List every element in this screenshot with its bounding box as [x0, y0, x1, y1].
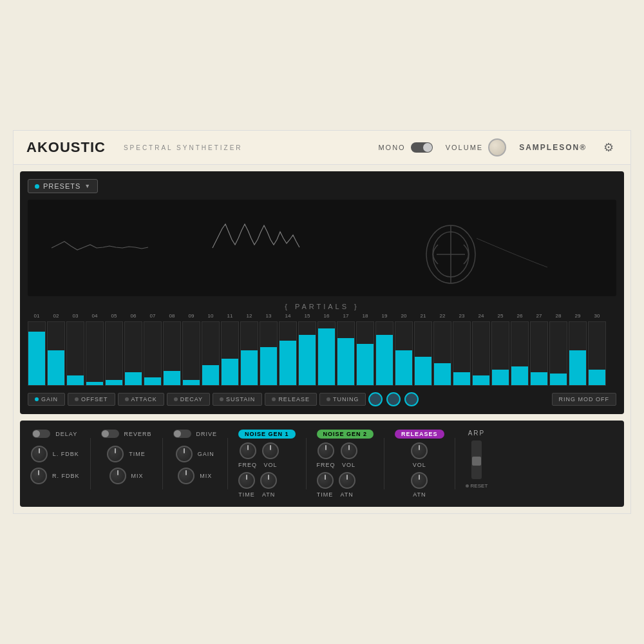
ng2-vol-label: VOL: [342, 462, 355, 468]
presets-button[interactable]: PRESETS ▼: [28, 179, 98, 193]
partial-bar[interactable]: [202, 321, 220, 386]
reverb-time-knob[interactable]: [107, 446, 124, 462]
settings-button[interactable]: ⚙: [600, 138, 618, 156]
mini-knob-2[interactable]: [386, 392, 401, 406]
delay-rfdbk-knob[interactable]: [30, 468, 47, 484]
drive-gain-knob[interactable]: [176, 446, 193, 462]
noise-gen2-section: NOISE GEN 2 FREQ VOL TIME ATN: [317, 430, 374, 498]
partial-bar[interactable]: [549, 321, 567, 386]
ng1-atn-knob[interactable]: [260, 472, 277, 489]
volume-knob[interactable]: [488, 138, 506, 156]
mode-dot: [272, 397, 276, 401]
noise-gen1-badge: NOISE GEN 1: [238, 430, 296, 439]
partial-bar[interactable]: [569, 321, 587, 386]
drive-gain-label: GAIN: [198, 451, 214, 457]
partial-number: 17: [337, 313, 355, 319]
partial-bar[interactable]: [530, 321, 548, 386]
waveform-svg: [28, 200, 616, 296]
partial-bar[interactable]: [414, 321, 432, 386]
partial-bar-fill: [279, 341, 296, 385]
toggle-knob: [423, 143, 432, 152]
partial-bar[interactable]: [28, 321, 46, 386]
reverb-mix-knob[interactable]: [109, 468, 126, 484]
partial-number: 05: [105, 313, 123, 319]
partial-bar[interactable]: [472, 321, 490, 386]
partial-bar-fill: [550, 374, 567, 385]
mode-button-attack[interactable]: ATTACK: [118, 393, 164, 406]
partial-number: 03: [66, 313, 84, 319]
partial-number: 23: [453, 313, 471, 319]
ng2-atn-knob[interactable]: [339, 472, 355, 489]
partial-bar[interactable]: [124, 321, 142, 386]
mode-button-release[interactable]: RELEASE: [265, 393, 317, 406]
drive-mix-knob[interactable]: [178, 468, 194, 484]
ng2-vol-knob[interactable]: [341, 442, 357, 459]
arp-section: ARP RESET: [466, 430, 488, 489]
partial-bar[interactable]: [453, 321, 471, 386]
mode-button-gain[interactable]: GAIN: [28, 393, 65, 406]
partial-number: 20: [395, 313, 413, 319]
partial-bar[interactable]: [337, 321, 355, 386]
ring-mod-button[interactable]: RING MOD OFF: [552, 393, 617, 406]
partial-bar[interactable]: [588, 321, 606, 386]
delay-rfdbk-label: R. FDBK: [52, 473, 80, 479]
partial-bar[interactable]: [240, 321, 258, 386]
mono-toggle[interactable]: [411, 142, 433, 153]
delay-toggle[interactable]: [32, 430, 50, 438]
divider-3: [227, 438, 228, 489]
mini-knob-1[interactable]: [368, 392, 383, 406]
ng2-freq-knob[interactable]: [317, 442, 334, 459]
partial-bar[interactable]: [86, 321, 104, 386]
drive-label: DRIVE: [196, 431, 218, 437]
arp-slider[interactable]: [471, 440, 482, 479]
reset-button[interactable]: RESET: [466, 483, 488, 489]
delay-lfdbk-knob[interactable]: [31, 446, 48, 462]
rel-vol-knob[interactable]: [411, 442, 428, 459]
divider-6: [455, 438, 455, 489]
ng2-time-knob[interactable]: [317, 472, 334, 489]
partial-bar-fill: [260, 347, 277, 385]
ng1-time-knob[interactable]: [238, 472, 255, 489]
ng1-vol-knob[interactable]: [262, 442, 279, 459]
partial-bar[interactable]: [433, 321, 451, 386]
mini-knob-3[interactable]: [404, 392, 419, 406]
partial-bar[interactable]: [144, 321, 162, 386]
partial-bar[interactable]: [105, 321, 123, 386]
divider-2: [162, 438, 163, 489]
partial-bar-fill: [28, 332, 45, 385]
partial-number: 12: [240, 313, 258, 319]
divider-1: [90, 438, 91, 489]
mode-button-sustain[interactable]: SUSTAIN: [213, 393, 262, 406]
partial-bar[interactable]: [163, 321, 181, 386]
partial-bar-fill: [511, 366, 528, 385]
rel-atn-knob[interactable]: [411, 472, 428, 489]
mode-dot: [125, 397, 129, 401]
partial-bar[interactable]: [260, 321, 278, 386]
partial-bar-fill: [569, 350, 586, 385]
arp-slider-thumb: [472, 457, 481, 466]
partial-bar[interactable]: [221, 321, 239, 386]
mode-button-offset[interactable]: OFFSET: [68, 393, 115, 406]
partials-bars[interactable]: [28, 321, 616, 386]
drive-toggle[interactable]: [173, 430, 191, 438]
partial-bar[interactable]: [279, 321, 297, 386]
reverb-toggle[interactable]: [101, 430, 119, 438]
partial-bar[interactable]: [491, 321, 509, 386]
partial-bar[interactable]: [356, 321, 374, 386]
mode-dot: [75, 397, 79, 401]
mode-button-decay[interactable]: DECAY: [167, 393, 210, 406]
partial-bar[interactable]: [511, 321, 529, 386]
partial-bar[interactable]: [317, 321, 336, 386]
ng1-freq-knob[interactable]: [240, 442, 256, 459]
partial-bar[interactable]: [395, 321, 413, 386]
partial-number: 26: [511, 313, 529, 319]
rel-vol-label: VOL: [413, 462, 426, 468]
partial-number: 28: [549, 313, 567, 319]
partial-bar[interactable]: [182, 321, 200, 386]
partial-bar-fill: [376, 335, 393, 385]
partial-bar[interactable]: [298, 321, 316, 386]
partial-bar[interactable]: [375, 321, 393, 386]
mode-button-tuning[interactable]: TUNING: [319, 393, 366, 406]
partial-bar[interactable]: [66, 321, 84, 386]
partial-bar[interactable]: [47, 321, 65, 386]
